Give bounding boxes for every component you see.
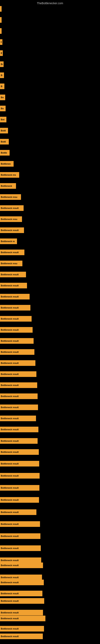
- bar-54: Bottleneck result: [0, 591, 42, 596]
- bar-label-20: Bottleneck resu: [1, 218, 17, 220]
- bar-row-36: Bottleneck result: [0, 394, 100, 399]
- bar-15: Bottlenec: [0, 161, 14, 167]
- bar-row-4: B: [0, 39, 100, 45]
- bar-22: Bottleneck re: [0, 238, 17, 244]
- bar-label-7: B: [1, 74, 2, 76]
- bar-18: Bottleneck resu: [0, 194, 21, 200]
- bar-row-47: Bottleneck result: [0, 521, 100, 527]
- bar-label-46: Bottleneck result: [1, 511, 19, 514]
- bar-row-22: Bottleneck re: [0, 238, 100, 244]
- bar-label-17: Bottleneck: [1, 185, 12, 187]
- bar-label-28: Bottleneck result: [1, 306, 19, 309]
- bar-label-43: Bottleneck result: [1, 474, 19, 477]
- bar-row-46: Bottleneck result: [0, 509, 100, 515]
- bar-label-36: Bottleneck result: [1, 395, 19, 398]
- bar-row-26: Bottleneck result: [0, 283, 100, 288]
- bar-29: Bottleneck result: [0, 316, 32, 322]
- bar-14: Bottle: [0, 150, 10, 156]
- bar-37: Bottleneck result: [0, 404, 38, 410]
- bar-32: Bottleneck result: [0, 349, 34, 355]
- bar-row-42: Bottleneck result: [0, 461, 100, 466]
- bar-row-54: Bottleneck result: [0, 591, 100, 596]
- bar-label-23: Bottleneck result: [1, 251, 19, 254]
- bar-11: Bot: [0, 117, 6, 122]
- bar-38: Bottleneck result: [0, 416, 36, 421]
- bar-label-4: B: [1, 41, 1, 43]
- bar-row-1: |: [0, 6, 100, 12]
- bar-label-22: Bottleneck re: [1, 240, 15, 242]
- bar-label-6: Bo: [1, 63, 3, 66]
- bar-row-5: B: [0, 50, 100, 56]
- bar-7: B: [0, 72, 4, 78]
- bar-row-17: Bottleneck: [0, 183, 100, 189]
- bar-label-13: Bottl: [1, 140, 6, 143]
- bar-row-43: Bottleneck result: [0, 473, 100, 478]
- bar-label-47: Bottleneck result: [1, 523, 19, 525]
- bar-44: Bottleneck result: [0, 485, 39, 491]
- bar-label-18: Bottleneck resu: [1, 196, 17, 198]
- bar-label-41: Bottleneck result: [1, 451, 19, 453]
- bar-label-31: Bottleneck result: [1, 340, 19, 342]
- bar-row-20: Bottleneck resu: [0, 216, 100, 222]
- bar-label-52: Bottleneck result: [1, 576, 19, 578]
- bar-label-56: Bottleneck result: [1, 612, 19, 614]
- bar-label-11: Bot: [1, 118, 4, 121]
- bar-28: Bottleneck result: [0, 305, 30, 310]
- bar-row-57: Bottleneck result: [0, 616, 100, 621]
- bar-6: Bo: [0, 62, 3, 67]
- bar-row-33: Bottleneck result: [0, 360, 100, 366]
- bar-label-24: Bottleneck resu: [1, 262, 17, 265]
- bar-row-41: Bottleneck result: [0, 449, 100, 455]
- bar-label-49: Bottleneck result: [1, 547, 19, 550]
- bar-label-10: Bo: [1, 107, 4, 110]
- bar-label-15: Bottlenec: [1, 162, 11, 165]
- bar-3: E: [0, 28, 1, 34]
- bar-27: Bottleneck result: [0, 294, 30, 300]
- bar-label-58: Bottleneck result: [1, 628, 19, 630]
- bar-label-8: B: [1, 85, 2, 88]
- bar-row-55: Bottleneck result: [0, 598, 100, 604]
- bar-label-19: Bottleneck result: [1, 207, 19, 209]
- bar-row-40: Bottleneck result: [0, 438, 100, 444]
- bar-label-32: Bottleneck result: [1, 351, 19, 353]
- bar-label-26: Bottleneck result: [1, 284, 19, 287]
- bar-53: Bottleneck result: [0, 580, 44, 585]
- bar-row-6: Bo: [0, 62, 100, 67]
- bar-41: Bottleneck result: [0, 449, 39, 455]
- bar-row-3: E: [0, 28, 100, 34]
- bar-13: Bottl: [0, 139, 9, 144]
- bar-row-50: Bottleneck result: [0, 558, 100, 563]
- bar-label-16: Bottleneck res: [1, 174, 16, 176]
- bar-label-21: Bottleneck result: [1, 229, 19, 232]
- bar-label-57: Bottleneck result: [1, 617, 19, 620]
- bar-42: Bottleneck result: [0, 461, 39, 466]
- bar-46: Bottleneck result: [0, 509, 36, 515]
- bar-row-15: Bottlenec: [0, 161, 100, 167]
- bar-56: Bottleneck result: [0, 610, 43, 616]
- bar-row-32: Bottleneck result: [0, 349, 100, 355]
- bar-label-35: Bottleneck result: [1, 384, 19, 386]
- bar-24: Bottleneck resu: [0, 260, 22, 266]
- bar-59: Bottleneck result: [0, 634, 43, 639]
- bar-label-27: Bottleneck result: [1, 296, 19, 298]
- bar-label-42: Bottleneck result: [1, 462, 19, 465]
- bar-label-9: Bo: [1, 96, 4, 98]
- bar-row-37: Bottleneck result: [0, 404, 100, 410]
- bar-row-34: Bottleneck result: [0, 371, 100, 377]
- bar-26: Bottleneck result: [0, 283, 27, 288]
- bar-25: Bottleneck result: [0, 272, 26, 277]
- bar-row-49: Bottleneck result: [0, 546, 100, 551]
- bar-58: Bottleneck result: [0, 626, 44, 632]
- bar-label-33: Bottleneck result: [1, 362, 19, 364]
- bar-34: Bottleneck result: [0, 371, 36, 377]
- bar-12: Bottl: [0, 128, 8, 134]
- site-title: TheBottlenecker.com: [0, 0, 100, 6]
- bar-55: Bottleneck result: [0, 598, 44, 604]
- bar-36: Bottleneck result: [0, 394, 38, 399]
- bar-23: Bottleneck result: [0, 250, 24, 255]
- bar-row-51: Bottleneck result: [0, 562, 100, 568]
- bar-label-45: Bottleneck result: [1, 499, 19, 501]
- bar-row-10: Bo: [0, 106, 100, 111]
- bar-row-19: Bottleneck result: [0, 205, 100, 211]
- bar-row-56: Bottleneck result: [0, 610, 100, 616]
